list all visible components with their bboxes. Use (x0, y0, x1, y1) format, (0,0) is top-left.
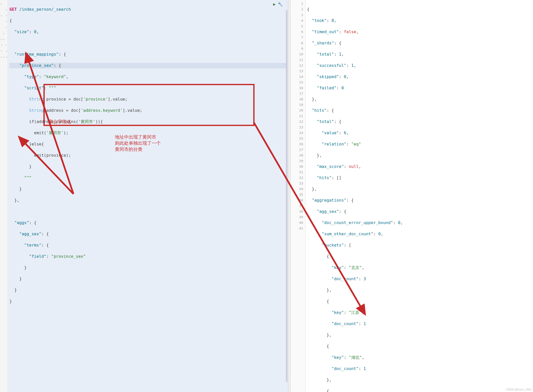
code-line: "successful": 1, (307, 63, 532, 68)
code-line: "key": "江苏", (307, 310, 532, 315)
code-line: "_shards": { (307, 40, 532, 46)
code-line (9, 40, 287, 46)
code-line: "buckets": [ (307, 242, 532, 248)
code-line: "agg_sex": { (307, 209, 532, 214)
code-line: "script": """ (9, 85, 287, 91)
code-line: "size": 0, (9, 29, 287, 35)
editor-split-container: ▾ ▾▾▾ ▾ ▾▴ ▴▴▾ ▾▾▴ ▴▴▴ GET /index_person… (0, 0, 533, 392)
code-line: "doc_count_error_upper_bound": 0, (307, 220, 532, 226)
code-line: "hits": [] (307, 175, 532, 181)
code-line: }else{ (9, 141, 287, 147)
code-line: }, (307, 332, 532, 338)
code-line: String address = doc['address.keyword'].… (9, 108, 287, 113)
code-line: "total": { (307, 119, 532, 125)
code-line: "aggregations": { (307, 198, 532, 203)
code-line: if(address.contains('黄冈市')){ (9, 119, 287, 125)
code-line: "key": "北京", (307, 265, 532, 271)
code-line: }, (307, 153, 532, 158)
code-line: String province = doc['province'].value; (9, 96, 287, 102)
code-line: { (307, 299, 532, 304)
code-line: }, (307, 287, 532, 293)
code-line: "timed_out": false, (307, 29, 532, 35)
code-line: { (307, 344, 532, 349)
play-icon[interactable]: ▶ (273, 2, 276, 7)
code-line: "total": 1, (307, 52, 532, 57)
code-line: } (9, 164, 287, 169)
code-line: "relation": "eq" (307, 141, 532, 147)
code-line-highlighted: "province_sex": { (9, 63, 287, 68)
wrench-icon[interactable]: 🔧 (278, 2, 283, 7)
left-gutter: ▾ ▾▾▾ ▾ ▾▴ ▴▴▾ ▾▾▴ ▴▴▴ (0, 0, 8, 392)
code-line: "doc_count": 1 (307, 321, 532, 327)
code-line: "skipped": 0, (307, 74, 532, 80)
code-line: "aggs": { (9, 220, 287, 226)
code-line: } (9, 186, 287, 192)
http-method: GET (9, 7, 19, 12)
code-line: "value": 6, (307, 130, 532, 136)
code-line: }, (307, 377, 532, 383)
code-line: { (9, 18, 287, 23)
run-icons: ▶ 🔧 (273, 2, 283, 7)
code-line: { (307, 254, 532, 259)
code-line: emit(province); (9, 153, 287, 158)
code-line: "field": "province_sex" (9, 254, 287, 259)
code-line: emit('黄冈市'); (9, 130, 287, 136)
code-line: } (9, 299, 287, 304)
response-code[interactable]: { "took": 8, "timed_out": false, "_shard… (306, 0, 533, 392)
code-line: }, (307, 186, 532, 192)
code-line: "doc_count": 1 (307, 366, 532, 372)
split-divider[interactable] (288, 0, 290, 392)
scrollbar[interactable] (286, 10, 287, 382)
code-line: { (307, 388, 532, 392)
code-line: "max_score": null, (307, 164, 532, 169)
code-line: "agg_sex": { (9, 231, 287, 237)
code-line: }, (307, 96, 532, 102)
right-gutter: 1234567891011121314151617181920212223242… (290, 0, 306, 392)
code-line: "key": "湖北", (307, 355, 532, 360)
watermark: CSDN @huan_1993 (506, 388, 531, 391)
code-line: "doc_count": 3 (307, 276, 532, 282)
code-line: } (9, 276, 287, 282)
code-line: "took": 8, (307, 18, 532, 23)
code-line: } (9, 265, 287, 271)
code-line: "hits": { (307, 108, 532, 113)
code-line: }, (9, 198, 287, 203)
code-line: "terms": { (9, 242, 287, 248)
code-line: "sum_other_doc_count": 0, (307, 231, 532, 237)
code-line: { (307, 7, 532, 12)
code-line (9, 209, 287, 214)
code-line: "runtime_mappings": { (9, 52, 287, 57)
code-line: """ (9, 175, 287, 181)
request-path: /index_person/_search (19, 7, 71, 12)
request-editor-pane: ▾ ▾▾▾ ▾ ▾▴ ▴▴▾ ▾▾▴ ▴▴▴ GET /index_person… (0, 0, 288, 392)
code-line: "failed": 0 (307, 85, 532, 91)
code-line: "type": "keyword", (9, 74, 287, 80)
code-line: } (9, 287, 287, 293)
response-pane: 1234567891011121314151617181920212223242… (290, 0, 533, 392)
request-code[interactable]: GET /index_person/_search { "size": 0, "… (8, 0, 288, 392)
